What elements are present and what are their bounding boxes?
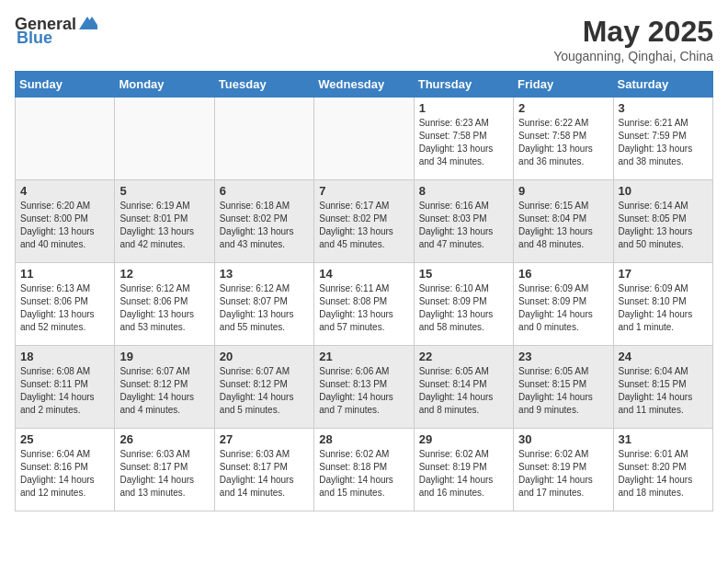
weekday-header-tuesday: Tuesday bbox=[214, 72, 313, 98]
day-number: 22 bbox=[419, 350, 508, 363]
calendar-cell: 15Sunrise: 6:10 AMSunset: 8:09 PMDayligh… bbox=[414, 263, 513, 346]
title-block: May 2025 Youganning, Qinghai, China bbox=[553, 15, 713, 63]
day-info: Sunrise: 6:02 AMSunset: 8:19 PMDaylight:… bbox=[518, 448, 608, 500]
calendar-cell: 14Sunrise: 6:11 AMSunset: 8:08 PMDayligh… bbox=[314, 263, 414, 346]
calendar-cell: 8Sunrise: 6:16 AMSunset: 8:03 PMDaylight… bbox=[414, 180, 513, 263]
calendar-cell: 21Sunrise: 6:06 AMSunset: 8:13 PMDayligh… bbox=[314, 346, 414, 429]
calendar-cell: 29Sunrise: 6:02 AMSunset: 8:19 PMDayligh… bbox=[414, 429, 513, 511]
month-year-title: May 2025 bbox=[553, 15, 713, 49]
day-info: Sunrise: 6:10 AMSunset: 8:09 PMDaylight:… bbox=[419, 282, 508, 334]
calendar-cell: 9Sunrise: 6:15 AMSunset: 8:04 PMDaylight… bbox=[514, 180, 613, 263]
day-number: 10 bbox=[619, 184, 708, 198]
location-subtitle: Youganning, Qinghai, China bbox=[553, 49, 713, 63]
calendar-week-2: 4Sunrise: 6:20 AMSunset: 8:00 PMDaylight… bbox=[16, 180, 713, 263]
day-number: 30 bbox=[518, 432, 608, 446]
day-info: Sunrise: 6:04 AMSunset: 8:15 PMDaylight:… bbox=[619, 365, 708, 417]
weekday-header-friday: Friday bbox=[514, 72, 613, 98]
day-info: Sunrise: 6:02 AMSunset: 8:18 PMDaylight:… bbox=[319, 448, 408, 500]
day-number: 4 bbox=[20, 184, 109, 198]
day-number: 26 bbox=[119, 432, 209, 446]
day-number: 1 bbox=[419, 101, 508, 115]
calendar-cell bbox=[314, 98, 414, 180]
day-info: Sunrise: 6:05 AMSunset: 8:15 PMDaylight:… bbox=[518, 365, 608, 417]
calendar-cell: 5Sunrise: 6:19 AMSunset: 8:01 PMDaylight… bbox=[115, 180, 214, 263]
day-info: Sunrise: 6:12 AMSunset: 8:06 PMDaylight:… bbox=[119, 282, 209, 334]
day-info: Sunrise: 6:13 AMSunset: 8:06 PMDaylight:… bbox=[20, 282, 109, 334]
logo-icon bbox=[77, 13, 97, 33]
day-number: 17 bbox=[619, 267, 708, 281]
calendar-cell: 20Sunrise: 6:07 AMSunset: 8:12 PMDayligh… bbox=[214, 346, 313, 429]
calendar-cell: 18Sunrise: 6:08 AMSunset: 8:11 PMDayligh… bbox=[16, 346, 115, 429]
calendar-cell: 31Sunrise: 6:01 AMSunset: 8:20 PMDayligh… bbox=[613, 429, 712, 511]
calendar-header-row: SundayMondayTuesdayWednesdayThursdayFrid… bbox=[16, 72, 713, 98]
day-info: Sunrise: 6:12 AMSunset: 8:07 PMDaylight:… bbox=[220, 282, 309, 334]
calendar-cell: 1Sunrise: 6:23 AMSunset: 7:58 PMDaylight… bbox=[414, 98, 513, 180]
weekday-header-monday: Monday bbox=[115, 72, 214, 98]
day-number: 14 bbox=[319, 267, 408, 281]
day-info: Sunrise: 6:09 AMSunset: 8:10 PMDaylight:… bbox=[619, 282, 708, 334]
day-info: Sunrise: 6:07 AMSunset: 8:12 PMDaylight:… bbox=[220, 365, 309, 417]
day-info: Sunrise: 6:06 AMSunset: 8:13 PMDaylight:… bbox=[319, 365, 408, 417]
calendar-week-1: 1Sunrise: 6:23 AMSunset: 7:58 PMDaylight… bbox=[16, 98, 713, 180]
day-number: 16 bbox=[518, 267, 608, 281]
calendar-cell: 17Sunrise: 6:09 AMSunset: 8:10 PMDayligh… bbox=[613, 263, 712, 346]
calendar-cell: 27Sunrise: 6:03 AMSunset: 8:17 PMDayligh… bbox=[214, 429, 313, 511]
day-number: 12 bbox=[119, 267, 209, 281]
day-number: 27 bbox=[220, 432, 309, 446]
weekday-header-thursday: Thursday bbox=[414, 72, 513, 98]
logo-blue-text: Blue bbox=[17, 29, 52, 48]
calendar-cell: 3Sunrise: 6:21 AMSunset: 7:59 PMDaylight… bbox=[613, 98, 712, 180]
day-info: Sunrise: 6:21 AMSunset: 7:59 PMDaylight:… bbox=[619, 117, 708, 168]
day-info: Sunrise: 6:11 AMSunset: 8:08 PMDaylight:… bbox=[319, 282, 408, 334]
calendar-cell: 16Sunrise: 6:09 AMSunset: 8:09 PMDayligh… bbox=[514, 263, 613, 346]
day-info: Sunrise: 6:22 AMSunset: 7:58 PMDaylight:… bbox=[518, 117, 608, 168]
day-number: 18 bbox=[20, 350, 109, 363]
day-info: Sunrise: 6:15 AMSunset: 8:04 PMDaylight:… bbox=[518, 200, 608, 251]
day-info: Sunrise: 6:18 AMSunset: 8:02 PMDaylight:… bbox=[220, 200, 309, 251]
day-info: Sunrise: 6:01 AMSunset: 8:20 PMDaylight:… bbox=[619, 448, 708, 500]
day-info: Sunrise: 6:05 AMSunset: 8:14 PMDaylight:… bbox=[419, 365, 508, 417]
day-number: 25 bbox=[20, 432, 109, 446]
calendar-week-3: 11Sunrise: 6:13 AMSunset: 8:06 PMDayligh… bbox=[16, 263, 713, 346]
calendar-cell: 13Sunrise: 6:12 AMSunset: 8:07 PMDayligh… bbox=[214, 263, 313, 346]
weekday-header-saturday: Saturday bbox=[613, 72, 712, 98]
calendar-cell: 22Sunrise: 6:05 AMSunset: 8:14 PMDayligh… bbox=[414, 346, 513, 429]
day-number: 3 bbox=[619, 101, 708, 115]
day-info: Sunrise: 6:19 AMSunset: 8:01 PMDaylight:… bbox=[119, 200, 209, 251]
day-number: 11 bbox=[20, 267, 109, 281]
day-info: Sunrise: 6:08 AMSunset: 8:11 PMDaylight:… bbox=[20, 365, 109, 417]
calendar-cell: 28Sunrise: 6:02 AMSunset: 8:18 PMDayligh… bbox=[314, 429, 414, 511]
calendar-cell: 4Sunrise: 6:20 AMSunset: 8:00 PMDaylight… bbox=[16, 180, 115, 263]
calendar-table: SundayMondayTuesdayWednesdayThursdayFrid… bbox=[15, 71, 713, 511]
day-number: 9 bbox=[518, 184, 608, 198]
day-info: Sunrise: 6:17 AMSunset: 8:02 PMDaylight:… bbox=[319, 200, 408, 251]
calendar-cell: 26Sunrise: 6:03 AMSunset: 8:17 PMDayligh… bbox=[115, 429, 214, 511]
calendar-cell bbox=[115, 98, 214, 180]
calendar-cell: 10Sunrise: 6:14 AMSunset: 8:05 PMDayligh… bbox=[613, 180, 712, 263]
logo: General Blue bbox=[15, 15, 97, 48]
day-number: 28 bbox=[319, 432, 408, 446]
weekday-header-sunday: Sunday bbox=[16, 72, 115, 98]
calendar-cell bbox=[214, 98, 313, 180]
calendar-cell: 2Sunrise: 6:22 AMSunset: 7:58 PMDaylight… bbox=[514, 98, 613, 180]
day-info: Sunrise: 6:04 AMSunset: 8:16 PMDaylight:… bbox=[20, 448, 109, 500]
day-info: Sunrise: 6:09 AMSunset: 8:09 PMDaylight:… bbox=[518, 282, 608, 334]
day-number: 5 bbox=[119, 184, 209, 198]
calendar-cell: 7Sunrise: 6:17 AMSunset: 8:02 PMDaylight… bbox=[314, 180, 414, 263]
day-info: Sunrise: 6:03 AMSunset: 8:17 PMDaylight:… bbox=[119, 448, 209, 500]
calendar-cell: 25Sunrise: 6:04 AMSunset: 8:16 PMDayligh… bbox=[16, 429, 115, 511]
calendar-cell: 24Sunrise: 6:04 AMSunset: 8:15 PMDayligh… bbox=[613, 346, 712, 429]
day-info: Sunrise: 6:02 AMSunset: 8:19 PMDaylight:… bbox=[419, 448, 508, 500]
day-number: 31 bbox=[619, 432, 708, 446]
page-header: General Blue May 2025 Youganning, Qingha… bbox=[15, 15, 713, 63]
calendar-week-5: 25Sunrise: 6:04 AMSunset: 8:16 PMDayligh… bbox=[16, 429, 713, 511]
day-number: 7 bbox=[319, 184, 408, 198]
day-number: 15 bbox=[419, 267, 508, 281]
day-info: Sunrise: 6:14 AMSunset: 8:05 PMDaylight:… bbox=[619, 200, 708, 251]
calendar-week-4: 18Sunrise: 6:08 AMSunset: 8:11 PMDayligh… bbox=[16, 346, 713, 429]
calendar-cell: 12Sunrise: 6:12 AMSunset: 8:06 PMDayligh… bbox=[115, 263, 214, 346]
weekday-header-wednesday: Wednesday bbox=[314, 72, 414, 98]
day-info: Sunrise: 6:16 AMSunset: 8:03 PMDaylight:… bbox=[419, 200, 508, 251]
calendar-cell bbox=[16, 98, 115, 180]
calendar-cell: 6Sunrise: 6:18 AMSunset: 8:02 PMDaylight… bbox=[214, 180, 313, 263]
